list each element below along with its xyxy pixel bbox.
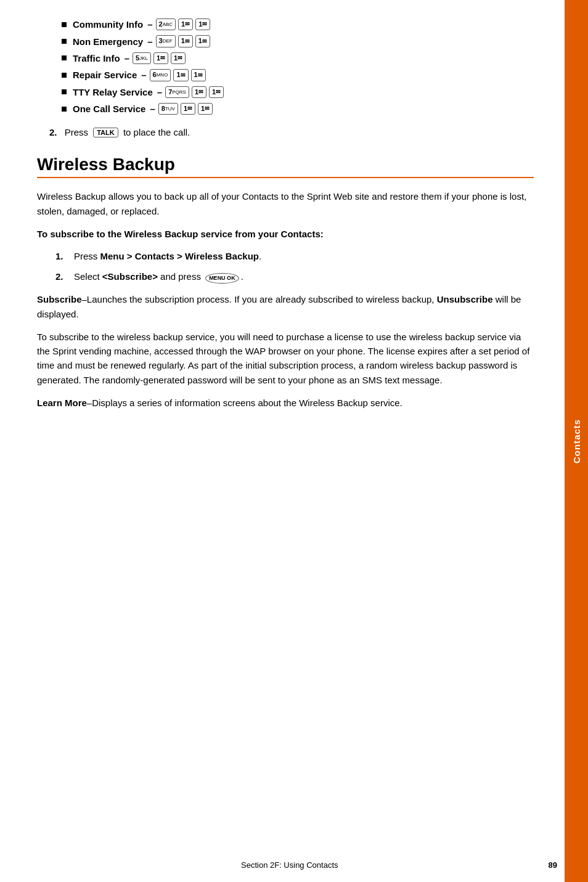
bullet-square-3 xyxy=(62,73,67,78)
item-dash-3: – xyxy=(141,70,146,80)
step2-text-before: Press xyxy=(65,127,88,137)
envelope-icon-4-2: ✉ xyxy=(216,88,221,96)
item-dash-0: – xyxy=(147,19,152,30)
list-item-1: 1. Press Menu > Contacts > Wireless Back… xyxy=(55,250,534,264)
bullet-square-4 xyxy=(62,89,67,94)
numbered-list: 1. Press Menu > Contacts > Wireless Back… xyxy=(37,250,534,284)
envelope-icon-5-1: ✉ xyxy=(187,105,192,113)
envelope-icon-3-1: ✉ xyxy=(181,71,186,80)
page-footer: Section 2F: Using Contacts 89 xyxy=(0,860,588,870)
envelope-icon-1-2: ✉ xyxy=(202,38,207,46)
bullet-item-1: Non Emergency –3DEF1 ✉1 ✉ xyxy=(62,35,534,47)
key-box-1-1: 1 ✉ xyxy=(178,35,193,47)
bullet-square-5 xyxy=(62,107,67,112)
key-box-1-2: 1 ✉ xyxy=(195,35,210,47)
item-label-0: Community Info xyxy=(73,19,143,30)
para3-subscribe-bold: Subscribe xyxy=(37,294,82,304)
key-box-3-0: 6MNO xyxy=(150,69,171,81)
page-wrapper: Community Info –2ABC1 ✉1 ✉Non Emergency … xyxy=(0,0,588,882)
para4: To subscribe to the wireless backup serv… xyxy=(37,330,534,387)
para5-text: –Displays a series of information screen… xyxy=(87,398,402,408)
sidebar-contacts-tab: Contacts xyxy=(565,0,588,882)
bullet-square-0 xyxy=(62,22,67,27)
envelope-icon-3-2: ✉ xyxy=(198,71,203,80)
bullet-item-2: Traffic Info –5JKL1 ✉1 ✉ xyxy=(62,52,534,64)
item-dash-4: – xyxy=(157,87,162,97)
key-box-4-0: 7PQRS xyxy=(165,86,189,98)
key-box-0-0: 2ABC xyxy=(156,18,176,30)
para5-learn-more: Learn More xyxy=(37,398,87,408)
talk-key-box: TALK xyxy=(93,128,118,137)
key-box-2-0: 5JKL xyxy=(133,52,151,64)
bullet-square-2 xyxy=(62,55,67,60)
bullet-item-3: Repair Service –6MNO1 ✉1 ✉ xyxy=(62,69,534,81)
bullet-item-5: One Call Service –8TUV1 ✉1 ✉ xyxy=(62,103,534,115)
para3-unsubscribe-bold: Unsubscribe xyxy=(437,294,493,304)
key-box-4-1: 1 ✉ xyxy=(192,86,206,98)
bullet-square-1 xyxy=(62,39,67,44)
main-content: Community Info –2ABC1 ✉1 ✉Non Emergency … xyxy=(0,0,565,882)
key-box-1-0: 3DEF xyxy=(156,35,176,47)
item-label-2: Traffic Info xyxy=(73,53,120,63)
item-label-4: TTY Relay Service xyxy=(73,87,153,97)
footer-page: 89 xyxy=(549,860,557,870)
step2b-subscribe: <Subscribe> xyxy=(102,271,158,282)
envelope-icon-2-2: ✉ xyxy=(178,54,182,62)
key-box-2-2: 1 ✉ xyxy=(171,52,186,64)
bullet-list: Community Info –2ABC1 ✉1 ✉Non Emergency … xyxy=(37,18,534,115)
envelope-icon-1-1: ✉ xyxy=(185,38,190,46)
key-box-0-2: 1 ✉ xyxy=(195,18,210,30)
bullet-item-0: Community Info –2ABC1 ✉1 ✉ xyxy=(62,18,534,30)
para2-bold: To subscribe to the Wireless Backup serv… xyxy=(37,227,534,241)
para3-text1: –Launches the subscription process. If y… xyxy=(82,294,437,304)
key-box-5-0: 8TUV xyxy=(158,103,178,115)
footer-section: Section 2F: Using Contacts xyxy=(31,860,549,870)
bullet-item-4: TTY Relay Service –7PQRS1 ✉1 ✉ xyxy=(62,86,534,98)
step1-text: Press Menu > Contacts > Wireless Backup. xyxy=(74,250,261,264)
step2b-text: Select <Subscribe> and press MENU OK. xyxy=(74,270,243,284)
item-dash-5: – xyxy=(150,104,155,114)
item-label-3: Repair Service xyxy=(73,70,137,80)
key-box-5-1: 1 ✉ xyxy=(181,103,195,115)
key-box-3-2: 1 ✉ xyxy=(191,69,206,81)
key-box-2-1: 1 ✉ xyxy=(153,52,168,64)
step2-text-after: to place the call. xyxy=(123,127,190,137)
step1-menu-path: Menu > Contacts > Wireless Backup xyxy=(100,251,259,261)
menu-ok-key: MENU OK xyxy=(205,273,239,284)
step-talk-row: 2. Press TALK to place the call. xyxy=(37,127,534,137)
key-box-3-1: 1 ✉ xyxy=(173,69,188,81)
key-box-0-1: 1 ✉ xyxy=(178,18,193,30)
step1-label: 1. xyxy=(55,250,68,264)
para1: Wireless Backup allows you to back up al… xyxy=(37,189,534,218)
envelope-icon-5-2: ✉ xyxy=(205,105,210,113)
section-divider xyxy=(37,177,534,178)
envelope-icon-0-1: ✉ xyxy=(185,20,190,28)
item-dash-2: – xyxy=(125,53,129,63)
step2-number: 2. xyxy=(49,127,57,137)
para5: Learn More–Displays a series of informat… xyxy=(37,396,534,410)
para3: Subscribe–Launches the subscription proc… xyxy=(37,292,534,321)
key-box-4-2: 1 ✉ xyxy=(209,86,224,98)
item-dash-1: – xyxy=(147,36,152,47)
item-label-5: One Call Service xyxy=(73,104,145,114)
list-item-2: 2. Select <Subscribe> and press MENU OK. xyxy=(55,270,534,284)
envelope-icon-0-2: ✉ xyxy=(202,20,207,28)
key-box-5-2: 1 ✉ xyxy=(198,103,213,115)
item-label-1: Non Emergency xyxy=(73,36,143,47)
envelope-icon-4-1: ✉ xyxy=(198,88,203,96)
envelope-icon-2-1: ✉ xyxy=(160,54,165,62)
section-title: Wireless Backup xyxy=(37,155,534,177)
step2b-label: 2. xyxy=(55,270,68,284)
